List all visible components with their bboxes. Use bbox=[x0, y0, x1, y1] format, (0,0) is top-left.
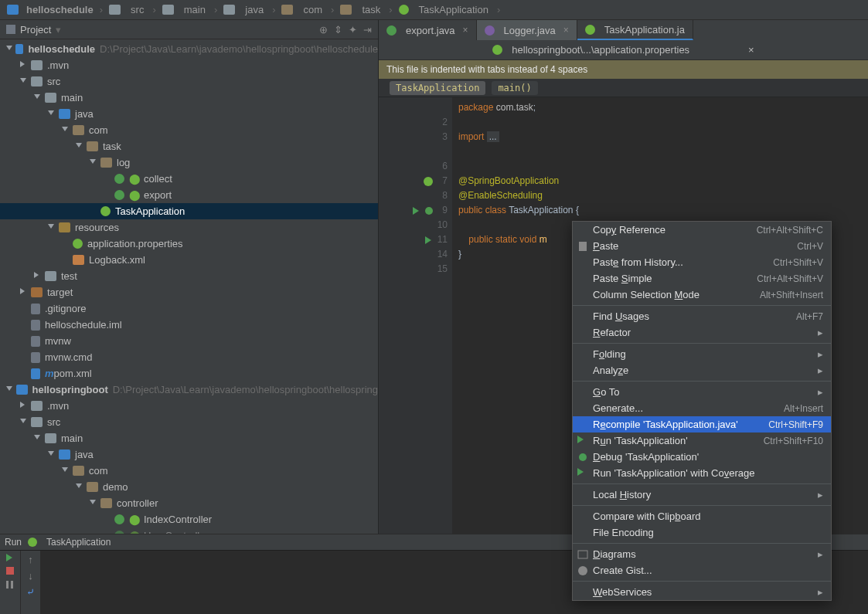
tree-item[interactable]: IndexController bbox=[144, 514, 212, 525]
settings-icon[interactable]: ✦ bbox=[349, 24, 357, 36]
menu-debug[interactable]: Debug 'TaskApplication' bbox=[573, 449, 831, 465]
tree-item[interactable]: collect bbox=[144, 173, 172, 185]
tree-item[interactable]: resources bbox=[75, 222, 119, 233]
tree-item[interactable]: src bbox=[47, 416, 60, 428]
tree-item[interactable]: main bbox=[61, 92, 83, 103]
editor-context-menu: Copy ReferenceCtrl+Alt+Shift+C PasteCtrl… bbox=[572, 221, 832, 601]
run-label: Run bbox=[5, 537, 22, 548]
pause-icon[interactable] bbox=[5, 580, 15, 589]
menu-paste[interactable]: PasteCtrl+V bbox=[573, 238, 831, 254]
menu-run-coverage[interactable]: Run 'TaskApplication' with Coverage bbox=[573, 465, 831, 481]
bc-item[interactable]: helloschedule bbox=[5, 4, 96, 15]
menu-refactor[interactable]: Refactor▸ bbox=[573, 324, 831, 341]
tree-item[interactable]: task bbox=[103, 141, 121, 152]
menu-find-usages[interactable]: Find UsagesAlt+F7 bbox=[573, 308, 831, 324]
crumb-class[interactable]: TaskApplication bbox=[390, 81, 485, 95]
breadcrumb-bar: helloschedule› src› main› java› com› tas… bbox=[0, 0, 868, 20]
svg-rect-3 bbox=[11, 581, 13, 589]
menu-recompile[interactable]: Recompile 'TaskApplication.java'Ctrl+Shi… bbox=[573, 416, 831, 433]
menu-paste-history[interactable]: Paste from History...Ctrl+Shift+V bbox=[573, 254, 831, 270]
editor-tabs: export.java× Logger.java× TaskApplicatio… bbox=[379, 20, 868, 40]
tree-item[interactable]: demo bbox=[103, 481, 128, 493]
tree-item[interactable]: mvnw bbox=[45, 335, 71, 347]
svg-rect-2 bbox=[6, 581, 9, 589]
close-icon[interactable]: × bbox=[748, 44, 754, 56]
tree-item[interactable]: helloschedule.iml bbox=[45, 319, 122, 331]
menu-paste-simple[interactable]: Paste SimpleCtrl+Alt+Shift+V bbox=[573, 270, 831, 287]
rerun-icon[interactable] bbox=[6, 554, 14, 561]
bc-item[interactable]: java bbox=[221, 4, 268, 15]
collapse-icon[interactable]: ⇕ bbox=[334, 24, 342, 36]
svg-point-7 bbox=[578, 566, 587, 575]
menu-file-encoding[interactable]: File Encoding bbox=[573, 524, 831, 541]
tab-logger[interactable]: Logger.java× bbox=[477, 20, 577, 40]
tree-item[interactable]: export bbox=[144, 189, 172, 201]
svg-rect-0 bbox=[6, 25, 15, 34]
tree-item[interactable]: Logback.xml bbox=[89, 254, 145, 266]
tree-item[interactable]: pom.xml bbox=[54, 368, 92, 379]
hide-icon[interactable]: ⇥ bbox=[363, 24, 372, 36]
tree-root[interactable]: hellospringboot bbox=[32, 384, 108, 395]
up-icon[interactable]: ↑ bbox=[28, 554, 33, 565]
wrap-icon[interactable]: ⤶ bbox=[26, 586, 35, 598]
tree-item[interactable]: log bbox=[117, 157, 130, 168]
tree-item[interactable]: com bbox=[89, 124, 108, 136]
tree-item[interactable]: com bbox=[89, 465, 108, 477]
menu-webservices[interactable]: WebServices▸ bbox=[573, 584, 831, 600]
menu-local-history[interactable]: Local History▸ bbox=[573, 487, 831, 503]
bc-item[interactable]: TaskApplication bbox=[397, 4, 493, 15]
svg-rect-1 bbox=[6, 567, 14, 575]
project-header: Project ▾ ⊕ ⇕ ✦ ⇥ bbox=[0, 20, 378, 39]
bc-item[interactable]: task bbox=[338, 4, 385, 15]
run-gutter-icon[interactable] bbox=[425, 236, 433, 244]
tree-root[interactable]: helloschedule bbox=[28, 43, 95, 55]
tree-item[interactable]: application.properties bbox=[87, 238, 183, 249]
stop-icon[interactable] bbox=[5, 566, 15, 575]
run-toolbar-left bbox=[0, 551, 20, 614]
menu-folding[interactable]: Folding▸ bbox=[573, 346, 831, 362]
menu-goto[interactable]: Go To▸ bbox=[573, 384, 831, 400]
tree-item[interactable]: .mvn bbox=[47, 59, 69, 71]
close-icon[interactable]: × bbox=[463, 25, 468, 36]
tab-properties[interactable]: hellospringboot\...\application.properti… bbox=[482, 44, 764, 56]
menu-generate[interactable]: Generate...Alt+Insert bbox=[573, 400, 831, 416]
bc-item[interactable]: main bbox=[160, 4, 210, 15]
tree-item[interactable]: java bbox=[75, 449, 94, 460]
tab-taskapplication[interactable]: TaskApplication.ja bbox=[577, 20, 693, 40]
tree-item[interactable]: mvnw.cmd bbox=[45, 351, 92, 363]
tab-export[interactable]: export.java× bbox=[379, 20, 477, 40]
tree-item[interactable]: controller bbox=[117, 497, 158, 509]
project-tool-window: Project ▾ ⊕ ⇕ ✦ ⇥ helloscheduleD:\Projec… bbox=[0, 20, 379, 534]
run-gutter-icon[interactable] bbox=[413, 207, 420, 215]
bc-item[interactable]: com bbox=[279, 4, 327, 15]
menu-analyze[interactable]: Analyze▸ bbox=[573, 362, 831, 378]
project-title: Project bbox=[20, 24, 51, 36]
menu-compare-clipboard[interactable]: Compare with Clipboard bbox=[573, 508, 831, 524]
menu-create-gist[interactable]: Create Gist... bbox=[573, 562, 831, 578]
down-icon[interactable]: ↓ bbox=[28, 570, 33, 582]
tree-item-selected[interactable]: TaskApplication bbox=[0, 203, 378, 219]
run-icon bbox=[577, 436, 588, 446]
project-tree[interactable]: helloscheduleD:\Project\Java\Learn\javad… bbox=[0, 39, 378, 534]
tree-item[interactable]: .gitignore bbox=[45, 303, 86, 314]
close-icon[interactable]: × bbox=[563, 25, 569, 36]
tree-item[interactable]: target bbox=[47, 287, 73, 298]
run-toolbar-2: ↑ ↓ ⤶ bbox=[20, 551, 40, 614]
diagram-icon bbox=[577, 549, 588, 560]
bug-icon bbox=[577, 452, 588, 463]
run-config-tab[interactable]: TaskApplication bbox=[28, 537, 111, 548]
tree-item[interactable]: src bbox=[47, 76, 60, 87]
crumb-method[interactable]: main() bbox=[492, 81, 537, 95]
menu-copy-reference[interactable]: Copy ReferenceCtrl+Alt+Shift+C bbox=[573, 222, 831, 238]
bc-item[interactable]: src bbox=[107, 4, 148, 15]
tree-item[interactable]: main bbox=[61, 433, 83, 444]
svg-rect-4 bbox=[579, 242, 587, 251]
locate-icon[interactable]: ⊕ bbox=[319, 24, 328, 36]
menu-diagrams[interactable]: Diagrams▸ bbox=[573, 546, 831, 562]
menu-column-selection[interactable]: Column Selection ModeAlt+Shift+Insert bbox=[573, 287, 831, 303]
tree-item[interactable]: .mvn bbox=[47, 400, 69, 412]
tree-item[interactable]: test bbox=[61, 270, 77, 282]
tree-item[interactable]: java bbox=[75, 108, 94, 120]
menu-run[interactable]: Run 'TaskApplication'Ctrl+Shift+F10 bbox=[573, 433, 831, 449]
tree-item[interactable]: UserController bbox=[144, 530, 209, 534]
